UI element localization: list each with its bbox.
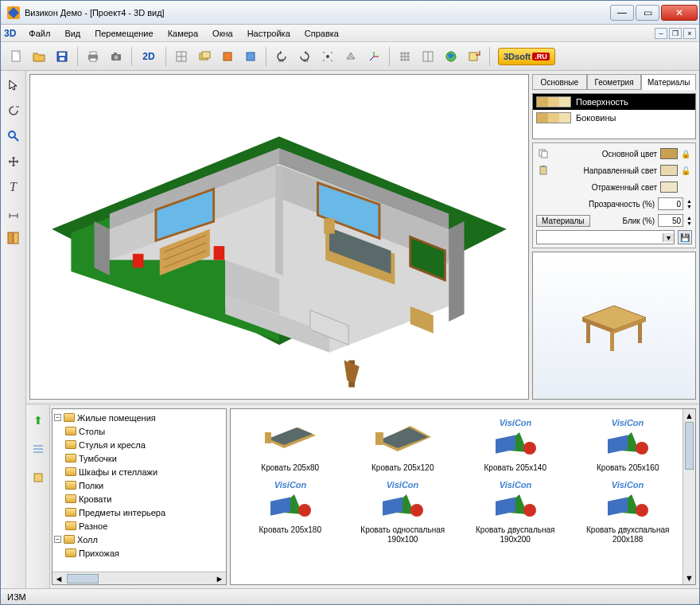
tree-node-entry[interactable]: Прихожая: [54, 546, 224, 560]
spinner-buttons[interactable]: ▲▼: [686, 198, 692, 209]
svg-point-99: [636, 442, 648, 455]
svg-line-38: [14, 137, 18, 141]
folder-icon: [65, 481, 76, 490]
texture-dropdown[interactable]: [536, 230, 675, 244]
library-item[interactable]: VisiCon Кровать 205x180: [237, 476, 344, 544]
library-panel: ⬆ −Жилые помещения Столы Стулья и кресла…: [26, 405, 699, 588]
lib-list-button[interactable]: [28, 439, 49, 459]
menu-help[interactable]: Справка: [298, 27, 345, 40]
tab-geometry[interactable]: Геометрия: [587, 74, 642, 90]
brand-logo[interactable]: 3Dsoft.RU: [498, 48, 555, 65]
refl-light-swatch[interactable]: [660, 182, 678, 193]
svg-rect-62: [214, 246, 225, 260]
snapshot-button[interactable]: [106, 46, 126, 67]
close-button[interactable]: ✕: [661, 5, 698, 21]
library-item[interactable]: VisiCon Кровать 205x160: [575, 414, 682, 473]
select-tool[interactable]: [4, 76, 23, 95]
maximize-button[interactable]: ▭: [636, 5, 659, 21]
zoom-tool[interactable]: [4, 127, 23, 146]
print-button[interactable]: [83, 46, 103, 67]
library-item[interactable]: VisiCon Кровать двуспальная 190x200: [462, 476, 569, 544]
tree-node-tables[interactable]: Столы: [54, 424, 224, 438]
open-file-button[interactable]: [29, 46, 49, 67]
wireframe-button[interactable]: [340, 46, 361, 67]
copy-button[interactable]: [536, 146, 550, 161]
menu-windows[interactable]: Окна: [206, 27, 239, 40]
layers-button[interactable]: [194, 46, 215, 67]
measure-tool[interactable]: [4, 203, 23, 222]
spinner-buttons[interactable]: ▲▼: [686, 215, 692, 226]
mdi-restore-button[interactable]: ❐: [669, 28, 682, 39]
surface-list[interactable]: Поверхность Боковины: [532, 93, 696, 139]
library-item[interactable]: VisiCon Кровать 205x140: [462, 414, 569, 473]
lock-icon[interactable]: 🔓: [681, 166, 692, 175]
door-tool[interactable]: [4, 228, 23, 248]
menu-settings[interactable]: Настройка: [241, 27, 297, 40]
tree-node-chairs[interactable]: Стулья и кресла: [54, 438, 224, 451]
view-2d-button[interactable]: 2D: [137, 46, 161, 67]
tree-node-nightstands[interactable]: Тумбочки: [54, 451, 224, 465]
export-button[interactable]: [464, 46, 484, 67]
pan-tool[interactable]: [4, 152, 23, 171]
layer-alt-button[interactable]: [240, 46, 261, 67]
tab-main[interactable]: Основные: [532, 74, 587, 90]
minimize-button[interactable]: —: [610, 5, 634, 21]
mdi-minimize-button[interactable]: –: [655, 28, 667, 39]
text-tool[interactable]: T: [4, 178, 23, 197]
tree-node-hall[interactable]: −Холл: [54, 533, 224, 546]
lib-up-button[interactable]: ⬆: [28, 410, 49, 431]
tree-node-decor[interactable]: Предметы интерьера: [54, 505, 224, 519]
grid-toggle-button[interactable]: [395, 46, 415, 67]
folder-icon: [65, 548, 76, 557]
orbit-tool[interactable]: [4, 101, 23, 120]
tree-node-beds[interactable]: Кровати: [54, 492, 224, 505]
library-item[interactable]: Кровать 205x80: [237, 414, 344, 473]
mdi-close-button[interactable]: ×: [683, 28, 696, 39]
globe-button[interactable]: [441, 46, 461, 67]
rotate-left-button[interactable]: 90: [271, 46, 292, 67]
lib-add-button[interactable]: [28, 467, 49, 488]
axes-button[interactable]: [364, 46, 384, 67]
tree-node-shelves[interactable]: Шкафы и стеллажи: [54, 465, 224, 478]
tree-node-misc[interactable]: Разное: [54, 519, 224, 533]
save-button[interactable]: [52, 46, 72, 67]
lock-icon[interactable]: 🔒: [681, 150, 692, 158]
titlebar[interactable]: Визикон Демо - [Проект4 - 3D вид] — ▭ ✕: [1, 1, 699, 25]
save-material-button[interactable]: 💾: [678, 230, 692, 244]
tree-hscrollbar[interactable]: ◄►: [52, 572, 226, 584]
library-label: Кровать двухспальная 200x188: [584, 525, 671, 544]
tree-node-living[interactable]: −Жилые помещения: [54, 411, 224, 424]
library-grid: Кровать 205x80 Кровать 205x120 VisiCon К…: [230, 408, 696, 585]
collapse-icon[interactable]: −: [54, 536, 61, 543]
library-item[interactable]: Кровать 205x120: [350, 414, 457, 473]
viewport-3d[interactable]: [29, 74, 529, 400]
collapse-icon[interactable]: −: [54, 414, 61, 421]
library-item[interactable]: VisiCon Кровать односпальная 190x100: [350, 476, 457, 544]
layer-color-button[interactable]: [217, 46, 238, 67]
svg-rect-42: [8, 232, 13, 244]
paste-button[interactable]: [536, 163, 550, 178]
library-item[interactable]: VisiCon Кровать двухспальная 200x188: [575, 476, 682, 544]
menu-view[interactable]: Вид: [58, 27, 87, 40]
rotate-right-button[interactable]: 90: [294, 46, 315, 67]
menu-file[interactable]: Файл: [22, 27, 56, 40]
gloss-input[interactable]: [658, 214, 683, 227]
menu-camera[interactable]: Камера: [161, 27, 204, 40]
tree-node-shelf[interactable]: Полки: [54, 478, 224, 492]
new-file-button[interactable]: [6, 46, 26, 67]
snap-button[interactable]: [317, 46, 338, 67]
main-color-swatch[interactable]: [660, 148, 678, 159]
library-vscrollbar[interactable]: ▲ ▼: [682, 409, 695, 584]
surface-row-side[interactable]: Боковины: [533, 110, 695, 126]
dir-light-swatch[interactable]: [660, 165, 678, 176]
window-layout-button[interactable]: [418, 46, 438, 67]
tab-materials[interactable]: Материалы: [641, 74, 696, 90]
surface-row-top[interactable]: Поверхность: [533, 94, 695, 110]
materials-button[interactable]: Материалы: [536, 215, 590, 227]
left-toolbar: T: [1, 71, 26, 588]
folder-icon: [65, 440, 76, 449]
transparency-input[interactable]: [658, 197, 683, 210]
svg-rect-43: [14, 232, 18, 244]
menu-move[interactable]: Перемещение: [88, 27, 159, 40]
grid-button[interactable]: [171, 46, 192, 67]
